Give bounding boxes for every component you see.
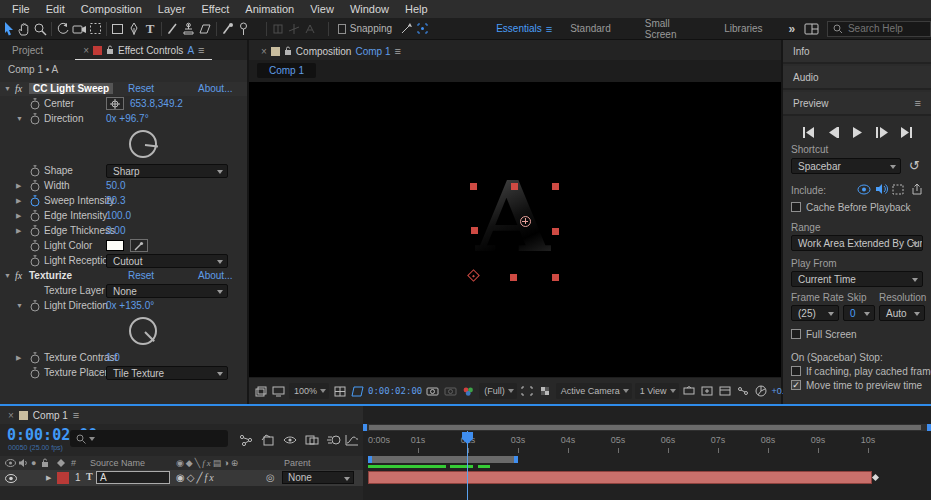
transparency-grid-icon[interactable] [538, 384, 553, 398]
selection-tool-icon[interactable] [0, 19, 16, 39]
preview-panel-header[interactable]: Preview ≡ [783, 92, 931, 116]
stopwatch-icon[interactable] [30, 240, 40, 252]
orbit-camera-tool-icon[interactable] [55, 19, 71, 39]
include-overlays-icon[interactable] [892, 184, 904, 195]
selection-handle[interactable] [471, 227, 478, 234]
selection-handle[interactable] [552, 183, 559, 190]
menu-effect[interactable]: Effect [193, 3, 237, 15]
disclosure-triangle-icon[interactable]: ▶ [16, 212, 21, 220]
frame-blending-icon[interactable] [304, 433, 320, 447]
disclosure-triangle-icon[interactable]: ▶ [16, 354, 21, 362]
selection-handle[interactable] [552, 228, 559, 235]
preview-time-value[interactable]: 0:00:02:00 [368, 386, 422, 396]
disclosure-triangle-icon[interactable]: ▼ [4, 85, 11, 92]
pen-tool-icon[interactable] [126, 19, 142, 39]
light-reception-dropdown[interactable]: Cutout [106, 254, 228, 268]
skip-dropdown[interactable]: 0 [843, 305, 875, 321]
menu-file[interactable]: File [4, 3, 38, 15]
disclosure-triangle-icon[interactable]: ▼ [16, 115, 23, 122]
help-search-box[interactable] [827, 21, 931, 37]
grid-guides-icon[interactable] [332, 384, 347, 398]
about-link[interactable]: About... [198, 270, 232, 281]
param-value[interactable]: 0x +135.0° [106, 300, 154, 311]
search-options-chevron-icon[interactable] [89, 437, 95, 441]
include-audio-icon[interactable] [875, 183, 888, 195]
menu-animation[interactable]: Animation [237, 3, 302, 15]
roto-brush-tool-icon[interactable] [220, 19, 236, 39]
disclosure-triangle-icon[interactable]: ▼ [16, 302, 23, 309]
workspace-small-screen[interactable]: Small Screen [635, 18, 700, 40]
stopwatch-icon[interactable] [30, 98, 40, 110]
puppet-pin-tool-icon[interactable] [236, 19, 252, 39]
view-layout-dropdown[interactable]: 1 View [635, 383, 679, 399]
selection-handle[interactable] [552, 274, 559, 281]
texture-layer-dropdown[interactable]: None [106, 284, 228, 298]
texture-placement-dropdown[interactable]: Tile Texture [106, 366, 228, 380]
stopwatch-icon[interactable] [30, 255, 40, 267]
help-search-input[interactable] [846, 22, 925, 35]
work-area-start-handle[interactable] [368, 456, 372, 463]
workspace-menu-icon[interactable]: ≡ [546, 23, 552, 35]
param-value[interactable]: 0x +96.7° [106, 113, 149, 124]
panel-menu-icon[interactable]: ≡ [915, 97, 921, 109]
layer-disclosure-triangle[interactable]: ▶ [46, 474, 51, 482]
channels-icon[interactable] [461, 384, 476, 398]
layer-name-field[interactable]: A [96, 471, 170, 484]
subtab-comp1[interactable]: Comp 1 [257, 63, 316, 78]
param-value[interactable]: 653.8,349.2 [130, 98, 183, 109]
cache-before-playback-checkbox[interactable] [791, 202, 801, 212]
menu-view[interactable]: View [302, 3, 342, 15]
camera-tool-icon[interactable] [71, 19, 87, 39]
stopwatch-icon[interactable] [30, 113, 40, 125]
next-frame-button[interactable] [875, 127, 888, 138]
selection-handle[interactable] [470, 183, 477, 190]
pixel-aspect-correction-icon[interactable] [700, 384, 715, 398]
pan-behind-tool-icon[interactable] [87, 19, 103, 39]
audio-panel-header[interactable]: Audio [783, 66, 931, 90]
workspace-standard[interactable]: Standard [560, 23, 621, 34]
brush-tool-icon[interactable] [165, 19, 181, 39]
parent-dropdown[interactable]: None [282, 471, 354, 484]
playhead-marker[interactable] [461, 431, 474, 445]
range-dropdown[interactable]: Work Area Extended By Current... [791, 235, 923, 251]
snap-options-icon[interactable] [398, 19, 414, 39]
menu-help[interactable]: Help [397, 3, 436, 15]
shape-tool-icon[interactable] [110, 19, 126, 39]
center-point-button[interactable] [106, 97, 124, 110]
selection-handle[interactable] [511, 183, 518, 190]
disclosure-triangle-icon[interactable]: ▶ [16, 197, 21, 205]
parent-column-label[interactable]: Parent [284, 458, 311, 468]
timeline-search-box[interactable] [70, 430, 228, 447]
stopwatch-active-icon[interactable] [30, 195, 40, 207]
work-area-end-handle[interactable] [514, 456, 518, 463]
frame-rate-dropdown[interactable]: (25) [791, 305, 839, 321]
stopwatch-icon[interactable] [30, 165, 40, 177]
close-icon[interactable]: × [8, 410, 14, 421]
light-color-swatch[interactable] [106, 240, 124, 251]
layer-row[interactable]: ▶ 1 T A ◉◇╱fx ◎ None [0, 470, 363, 486]
disclosure-triangle-icon[interactable]: ▶ [16, 227, 21, 235]
camera-dropdown[interactable]: Active Camera [556, 383, 632, 399]
hand-tool-icon[interactable] [16, 19, 32, 39]
reset-link[interactable]: Reset [128, 83, 154, 94]
selection-handle[interactable] [510, 274, 517, 281]
tab-effect-controls[interactable]: × Effect Controls A ≡ [75, 44, 212, 60]
clone-stamp-tool-icon[interactable] [181, 19, 197, 39]
workspace-essentials[interactable]: Essentials [486, 23, 552, 34]
include-video-icon[interactable] [857, 184, 871, 195]
resolution-preview-dropdown[interactable]: Auto [879, 305, 925, 321]
stopwatch-icon[interactable] [30, 300, 40, 312]
full-screen-checkbox[interactable] [791, 329, 801, 339]
resolution-dropdown[interactable]: (Full) [479, 383, 517, 399]
show-snapshot-icon[interactable] [443, 384, 458, 398]
stopwatch-icon[interactable] [30, 225, 40, 237]
stopwatch-icon[interactable] [30, 180, 40, 192]
info-panel-header[interactable]: Info [783, 40, 931, 64]
stopwatch-icon[interactable] [30, 367, 40, 379]
effect-name[interactable]: Texturize [29, 270, 72, 281]
move-time-checkbox[interactable]: ✓ [791, 380, 801, 390]
flowchart-button-icon[interactable] [736, 384, 751, 398]
layer-duration-bar[interactable] [368, 471, 872, 484]
disclosure-triangle-icon[interactable]: ▼ [4, 272, 11, 279]
anchor-point-icon[interactable] [520, 216, 531, 227]
